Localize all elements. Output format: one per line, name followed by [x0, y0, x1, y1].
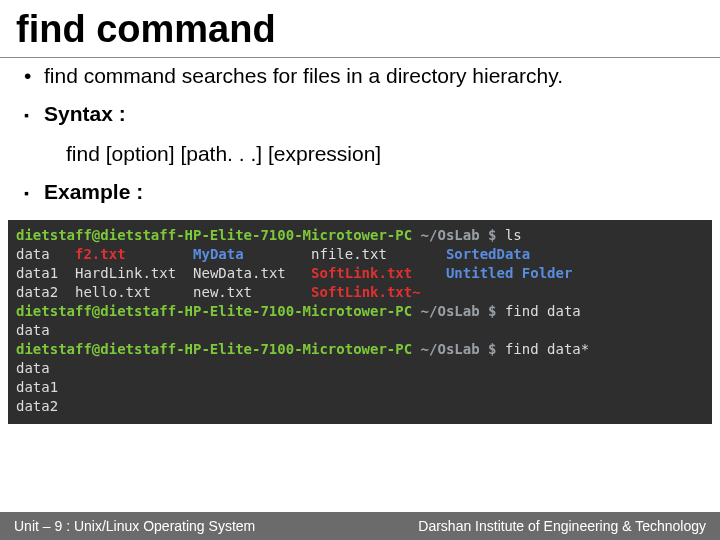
footer-bar: Unit – 9 : Unix/Linux Operating System D… [0, 512, 720, 540]
cmd-ls: ls [505, 227, 522, 243]
prompt-path: ~/OsLab [421, 227, 480, 243]
out-data2: data2 [16, 398, 58, 414]
slide-title: find command [0, 0, 720, 55]
ls-c3: MyData [193, 246, 244, 262]
prompt-dollar: $ [488, 303, 496, 319]
prompt-dollar: $ [488, 341, 496, 357]
ls-c2: hello.txt [75, 284, 151, 300]
bullet-square-icon: ▪ [24, 180, 44, 206]
ls-c4: SoftLink.txt~ [311, 284, 421, 300]
ls-c1: data2 [16, 284, 58, 300]
prompt-path: ~/OsLab [421, 303, 480, 319]
syntax-label: Syntax : [44, 102, 126, 126]
ls-c1: data1 [16, 265, 58, 281]
ls-c4: nfile.txt [311, 246, 387, 262]
ls-c3: NewData.txt [193, 265, 286, 281]
out-data: data [16, 360, 50, 376]
title-bold: find [16, 8, 86, 50]
prompt-dollar: $ [488, 227, 496, 243]
slide: find command • find command searches for… [0, 0, 720, 540]
footer-right: Darshan Institute of Engineering & Techn… [418, 518, 706, 534]
prompt-path: ~/OsLab [421, 341, 480, 357]
cmd-find-data: find data [505, 303, 581, 319]
ls-c5: Untitled Folder [446, 265, 572, 281]
prompt-user: dietstaff@dietstaff-HP-Elite-7100-Microt… [16, 341, 412, 357]
bullet-example: ▪ Example : [24, 180, 692, 206]
title-rule [0, 57, 720, 58]
prompt-user: dietstaff@dietstaff-HP-Elite-7100-Microt… [16, 303, 412, 319]
out-data: data [16, 322, 50, 338]
ls-c3: new.txt [193, 284, 252, 300]
footer-left: Unit – 9 : Unix/Linux Operating System [14, 518, 255, 534]
bullet-dot-icon: • [24, 64, 44, 88]
terminal-block: dietstaff@dietstaff-HP-Elite-7100-Microt… [8, 220, 712, 424]
intro-text: find command searches for files in a dir… [44, 64, 563, 88]
bullet-intro: • find command searches for files in a d… [24, 64, 692, 88]
ls-c1: data [16, 246, 50, 262]
cmd-find-data-glob: find data* [505, 341, 589, 357]
bullet-syntax: ▪ Syntax : [24, 102, 692, 128]
out-data1: data1 [16, 379, 58, 395]
ls-c5: SortedData [446, 246, 530, 262]
ls-c4: SoftLink.txt [311, 265, 412, 281]
content-area: • find command searches for files in a d… [0, 64, 720, 206]
syntax-text: find [option] [path. . .] [expression] [66, 142, 692, 166]
bullet-square-icon: ▪ [24, 102, 44, 128]
example-label: Example : [44, 180, 143, 204]
ls-c2: HardLink.txt [75, 265, 176, 281]
ls-c2: f2.txt [75, 246, 126, 262]
title-rest: command [86, 8, 276, 50]
prompt-user: dietstaff@dietstaff-HP-Elite-7100-Microt… [16, 227, 412, 243]
